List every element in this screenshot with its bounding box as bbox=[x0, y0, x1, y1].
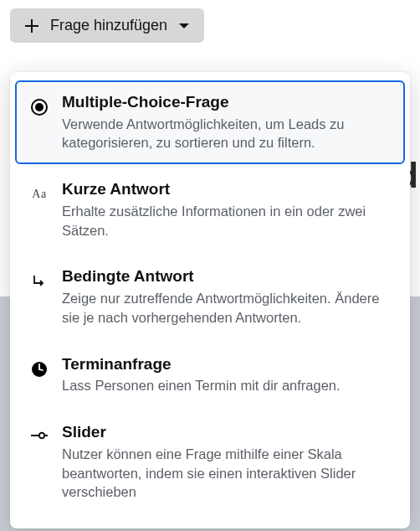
slider-icon bbox=[30, 429, 49, 444]
svg-point-2 bbox=[39, 433, 44, 438]
option-title: Terminanfrage bbox=[62, 354, 390, 375]
plus-icon bbox=[23, 18, 40, 34]
conditional-arrow-icon bbox=[31, 273, 48, 293]
option-short-answer[interactable]: Aa Kurze Antwort Erhalte zusätzliche Inf… bbox=[15, 168, 405, 251]
option-title: Slider bbox=[62, 422, 390, 443]
option-title: Kurze Antwort bbox=[62, 179, 390, 200]
option-desc: Lass Personen einen Termin mit dir anfra… bbox=[62, 376, 390, 395]
option-desc: Verwende Antwortmöglichkeiten, um Leads … bbox=[62, 115, 390, 153]
option-desc: Zeige nur zutreffende Antwortmöglichkeit… bbox=[62, 289, 390, 327]
option-title: Bedingte Antwort bbox=[62, 266, 390, 287]
option-desc: Nutzer können eine Frage mithilfe einer … bbox=[62, 445, 390, 502]
option-title: Multiple-Choice-Frage bbox=[62, 92, 390, 113]
option-appointment[interactable]: Terminanfrage Lass Personen einen Termin… bbox=[15, 343, 405, 407]
text-aa-icon: Aa bbox=[32, 188, 46, 201]
add-question-label: Frage hinzufügen bbox=[50, 17, 167, 34]
chevron-down-icon bbox=[177, 20, 191, 32]
option-desc: Erhalte zusätzliche Informationen in ein… bbox=[62, 202, 390, 240]
add-question-button[interactable]: Frage hinzufügen bbox=[10, 8, 204, 43]
question-type-menu: Multiple-Choice-Frage Verwende Antwortmö… bbox=[10, 72, 410, 528]
option-slider[interactable]: Slider Nutzer können eine Frage mithilfe… bbox=[15, 410, 405, 513]
radio-selected-icon bbox=[31, 99, 48, 116]
option-multiple-choice[interactable]: Multiple-Choice-Frage Verwende Antwortmö… bbox=[15, 80, 405, 164]
option-conditional[interactable]: Bedingte Antwort Zeige nur zutreffende A… bbox=[15, 255, 405, 338]
clock-icon bbox=[31, 361, 48, 381]
